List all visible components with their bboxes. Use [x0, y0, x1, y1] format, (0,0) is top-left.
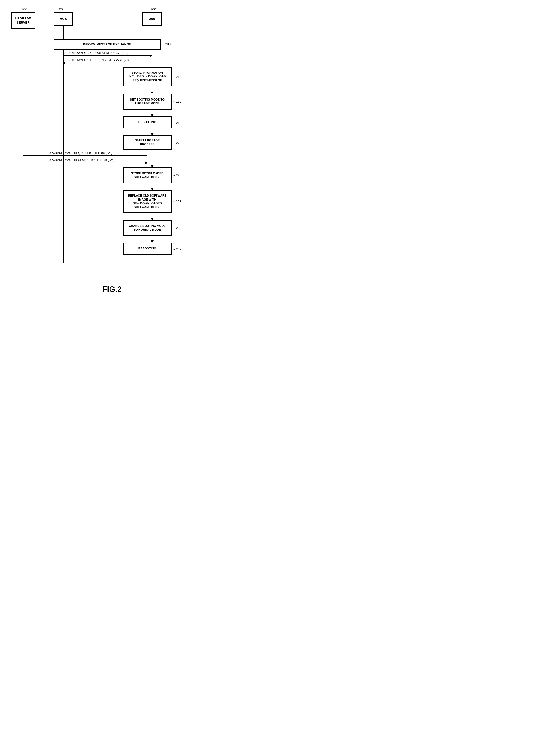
send-download-resp-arrow: [63, 63, 152, 63]
send-download-resp-label: SEND DOWNLOAD RESPONSE MESSAGE (212): [64, 58, 131, 62]
arrow-226-228: [152, 183, 152, 190]
arrow-214-216: [152, 86, 152, 94]
inform-message-box: INFORM MESSAGE EXCHANGE: [54, 39, 161, 49]
process-box-220: START UPGRADEPROCESS: [123, 135, 172, 150]
ref-216: ~ 216: [173, 100, 181, 103]
arrow-218-220: [152, 128, 152, 135]
acs-lifeline: [63, 25, 63, 263]
process-box-228: REPLACE OLD SOFTWAREIMAGE WITHNEW DOWNLO…: [123, 190, 172, 213]
ref-218: ~ 218: [173, 121, 181, 125]
acs-ref: 204: [59, 7, 64, 11]
upgrade-image-req-arrow: [23, 155, 147, 156]
ref-220: ~ 220: [173, 141, 181, 145]
acs-box: ACS: [54, 12, 73, 25]
arrow-220-226: [152, 150, 152, 167]
ref-230: ~ 230: [173, 226, 181, 230]
cpe-entity-ref: 200: [151, 7, 156, 11]
ref-232: ~ 232: [173, 247, 181, 251]
process-box-230: CHANGE BOOTING MODETO NORMAL MODE: [123, 220, 172, 236]
arrow-228-230: [152, 213, 152, 220]
ref-228: ~ 228: [173, 200, 181, 203]
figure-label: FIG.2: [0, 285, 224, 299]
process-box-232: REBOOTING: [123, 243, 172, 255]
cpe-box: 200: [142, 12, 162, 25]
upgrade-image-resp-label: UPGRADE IMAGE RESPONSE BY HTTP(s) (224): [49, 158, 115, 162]
upgrade-server-ref: 206: [21, 7, 27, 11]
diagram: 206 204 200 UPGRADE SERVER ACS 200 INFOR…: [0, 0, 224, 280]
ref-214: ~ 214: [173, 75, 181, 79]
upgrade-server-lifeline: [23, 29, 23, 263]
process-box-214: STORE INFORMATIONINCLUDED IN DOWNLOADREQ…: [123, 67, 172, 86]
arrow-230-232: [152, 236, 152, 243]
send-download-req-arrow: [63, 56, 152, 56]
upgrade-image-req-label: UPGRADE IMAGE REQUEST BY HTTP(s) (222): [49, 151, 113, 155]
arrow-216-218: [152, 109, 152, 116]
process-box-216: SET BOOTING MODE TOUPGRADE MODE: [123, 94, 172, 109]
inform-ref: ~ 208: [163, 42, 171, 46]
process-box-218: REBOOTING: [123, 116, 172, 128]
upgrade-image-resp-arrow: [23, 163, 147, 163]
upgrade-server-box: UPGRADE SERVER: [11, 12, 35, 29]
send-download-req-label: SEND DOWNLOAD REQUEST MESSAGE (210): [64, 51, 128, 55]
ref-226: ~ 226: [173, 174, 181, 177]
process-box-226: STORE DOWNLOADEDSOFTWARE IMAGE: [123, 167, 172, 183]
